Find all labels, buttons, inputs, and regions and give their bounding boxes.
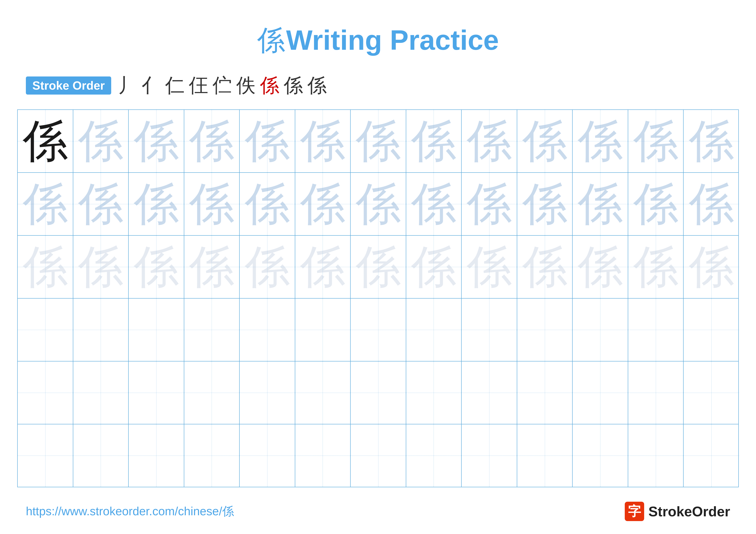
grid-cell-5-8[interactable] xyxy=(462,424,517,487)
footer-url[interactable]: https://www.strokeorder.com/chinese/係 xyxy=(26,503,234,519)
practice-char: 係 xyxy=(467,244,512,290)
grid-cell-4-10[interactable] xyxy=(573,362,628,424)
stroke-order-badge[interactable]: Stroke Order xyxy=(26,76,111,94)
grid-cell-3-5[interactable] xyxy=(295,298,351,361)
grid-cell-5-0[interactable] xyxy=(18,424,73,487)
grid-cell-4-3[interactable] xyxy=(184,362,240,424)
grid-cell-0-12[interactable]: 係 xyxy=(684,110,739,172)
grid-cell-4-1[interactable] xyxy=(73,362,129,424)
grid-cell-0-3[interactable]: 係 xyxy=(184,110,240,172)
grid-cell-0-6[interactable]: 係 xyxy=(351,110,406,172)
grid-cell-0-11[interactable]: 係 xyxy=(628,110,684,172)
grid-cell-4-4[interactable] xyxy=(240,362,295,424)
grid-cell-1-8[interactable]: 係 xyxy=(462,173,517,235)
grid-cell-3-0[interactable] xyxy=(18,298,73,361)
stroke-6: 佚 xyxy=(236,72,256,99)
grid-cell-0-4[interactable]: 係 xyxy=(240,110,295,172)
grid-cell-5-7[interactable] xyxy=(406,424,462,487)
grid-cell-2-11[interactable]: 係 xyxy=(628,236,684,298)
grid-cell-2-5[interactable]: 係 xyxy=(295,236,351,298)
practice-char: 係 xyxy=(578,181,623,227)
grid-cell-0-7[interactable]: 係 xyxy=(406,110,462,172)
grid-cell-0-2[interactable]: 係 xyxy=(129,110,184,172)
grid-cell-2-0[interactable]: 係 xyxy=(18,236,73,298)
grid-cell-2-12[interactable]: 係 xyxy=(684,236,739,298)
grid-cell-2-7[interactable]: 係 xyxy=(406,236,462,298)
grid-cell-1-1[interactable]: 係 xyxy=(73,173,129,235)
grid-cell-3-6[interactable] xyxy=(351,298,406,361)
practice-char: 係 xyxy=(300,244,345,290)
grid-cell-2-8[interactable]: 係 xyxy=(462,236,517,298)
grid-cell-5-1[interactable] xyxy=(73,424,129,487)
stroke-2: 亻 xyxy=(141,72,161,99)
grid-cell-5-6[interactable] xyxy=(351,424,406,487)
grid-cell-2-4[interactable]: 係 xyxy=(240,236,295,298)
practice-char: 係 xyxy=(633,244,678,290)
grid-cell-1-12[interactable]: 係 xyxy=(684,173,739,235)
grid-cell-1-4[interactable]: 係 xyxy=(240,173,295,235)
grid-cell-2-10[interactable]: 係 xyxy=(573,236,628,298)
grid-cell-2-9[interactable]: 係 xyxy=(517,236,573,298)
grid-cell-4-12[interactable] xyxy=(684,362,739,424)
grid-cell-3-9[interactable] xyxy=(517,298,573,361)
page-title: 係 Writing Practice xyxy=(0,0,756,60)
grid-cell-4-5[interactable] xyxy=(295,362,351,424)
grid-cell-4-0[interactable] xyxy=(18,362,73,424)
grid-cell-5-2[interactable] xyxy=(129,424,184,487)
grid-cell-1-2[interactable]: 係 xyxy=(129,173,184,235)
grid-cell-3-2[interactable] xyxy=(129,298,184,361)
grid-cell-0-9[interactable]: 係 xyxy=(517,110,573,172)
grid-cell-3-12[interactable] xyxy=(684,298,739,361)
title-chinese: 係 xyxy=(257,24,285,56)
grid-cell-1-10[interactable]: 係 xyxy=(573,173,628,235)
grid-cell-5-10[interactable] xyxy=(573,424,628,487)
grid-cell-5-5[interactable] xyxy=(295,424,351,487)
grid-cell-1-9[interactable]: 係 xyxy=(517,173,573,235)
grid-cell-5-12[interactable] xyxy=(684,424,739,487)
grid-cell-3-1[interactable] xyxy=(73,298,129,361)
grid-cell-4-8[interactable] xyxy=(462,362,517,424)
grid-cell-0-1[interactable]: 係 xyxy=(73,110,129,172)
grid-cell-5-4[interactable] xyxy=(240,424,295,487)
grid-cell-1-5[interactable]: 係 xyxy=(295,173,351,235)
grid-cell-3-11[interactable] xyxy=(628,298,684,361)
grid-row-4 xyxy=(18,362,738,424)
practice-char: 係 xyxy=(578,244,623,290)
grid-cell-4-9[interactable] xyxy=(517,362,573,424)
footer: https://www.strokeorder.com/chinese/係 字 … xyxy=(0,502,756,521)
practice-char: 係 xyxy=(78,118,123,164)
grid-cell-5-3[interactable] xyxy=(184,424,240,487)
grid-cell-2-3[interactable]: 係 xyxy=(184,236,240,298)
grid-cell-4-11[interactable] xyxy=(628,362,684,424)
practice-char: 係 xyxy=(578,118,623,164)
grid-cell-3-4[interactable] xyxy=(240,298,295,361)
grid-cell-0-0[interactable]: 係 xyxy=(18,110,73,172)
grid-cell-5-11[interactable] xyxy=(628,424,684,487)
grid-cell-2-2[interactable]: 係 xyxy=(129,236,184,298)
practice-char: 係 xyxy=(134,244,179,290)
grid-cell-1-7[interactable]: 係 xyxy=(406,173,462,235)
grid-cell-3-3[interactable] xyxy=(184,298,240,361)
grid-cell-3-8[interactable] xyxy=(462,298,517,361)
grid-cell-5-9[interactable] xyxy=(517,424,573,487)
practice-char: 係 xyxy=(411,118,456,164)
grid-cell-4-6[interactable] xyxy=(351,362,406,424)
grid-cell-1-3[interactable]: 係 xyxy=(184,173,240,235)
practice-char: 係 xyxy=(23,118,68,164)
practice-char: 係 xyxy=(411,181,456,227)
stroke-chars: 丿 亻 仁 仼 伫 佚 係 係 係 xyxy=(118,72,327,99)
grid-cell-3-7[interactable] xyxy=(406,298,462,361)
grid-cell-1-11[interactable]: 係 xyxy=(628,173,684,235)
stroke-5: 伫 xyxy=(212,72,232,99)
grid-cell-2-6[interactable]: 係 xyxy=(351,236,406,298)
grid-cell-0-8[interactable]: 係 xyxy=(462,110,517,172)
practice-char: 係 xyxy=(78,244,123,290)
grid-cell-2-1[interactable]: 係 xyxy=(73,236,129,298)
grid-cell-3-10[interactable] xyxy=(573,298,628,361)
grid-cell-4-7[interactable] xyxy=(406,362,462,424)
grid-cell-0-10[interactable]: 係 xyxy=(573,110,628,172)
grid-cell-4-2[interactable] xyxy=(129,362,184,424)
grid-cell-1-0[interactable]: 係 xyxy=(18,173,73,235)
grid-cell-0-5[interactable]: 係 xyxy=(295,110,351,172)
grid-cell-1-6[interactable]: 係 xyxy=(351,173,406,235)
